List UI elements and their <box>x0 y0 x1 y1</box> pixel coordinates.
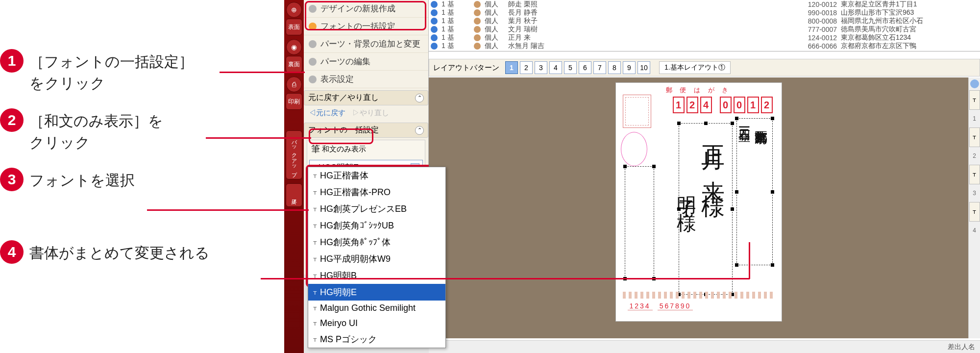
panel-item-font-bulk[interactable]: フォントの一括設定 <box>304 18 428 35</box>
layout-pattern-button[interactable]: 3 <box>535 61 547 74</box>
addr-address: 東京都足立区青井1丁目1 <box>841 0 978 9</box>
layout-pattern-button[interactable]: 5 <box>564 61 577 74</box>
addr-col1: 1 基 <box>441 0 470 9</box>
connector-line <box>749 242 750 279</box>
truetype-icon: ᴛ <box>313 320 317 327</box>
layout-pattern-button[interactable]: 1 <box>505 61 518 74</box>
addr-col2: 個人 <box>485 33 504 42</box>
collapse-icon[interactable]: ⌃ <box>415 126 424 135</box>
addr-col2: 個人 <box>485 8 504 17</box>
rail-circle-icon[interactable] <box>970 79 979 88</box>
truetype-icon: ᴛ <box>313 205 317 213</box>
layout-pattern-button[interactable]: 6 <box>579 61 591 74</box>
panel-item-label: デザインの新規作成 <box>320 3 395 14</box>
layout-pattern-button[interactable]: 2 <box>520 61 533 74</box>
zip-digit: 0 <box>720 97 732 113</box>
address-row[interactable]: 1 基個人葉月 秋子800-0008福岡県北九州市若松区小石 <box>429 17 980 25</box>
font-option[interactable]: ᴛHG明朝B <box>308 267 445 284</box>
address-row[interactable]: 1 基個人長月 静香990-0018山形県山形市下宝沢963 <box>429 8 980 17</box>
address-row[interactable]: 1 基個人師走 栗照120-0012東京都足立区青井1丁目1 <box>429 0 980 8</box>
bullet-icon <box>309 23 317 30</box>
layout-pattern-button[interactable]: 10 <box>637 61 650 74</box>
font-option-label: HG正楷書体-PRO <box>320 186 391 198</box>
collapse-icon[interactable]: ⌃ <box>415 94 424 102</box>
status-text: 差出人名 <box>948 343 975 352</box>
font-option[interactable]: ᴛMalgun Gothic Semilight <box>308 301 445 316</box>
panel-header-font-bulk[interactable]: フォントの一括設定⌃ <box>304 123 428 138</box>
layout-pattern-button[interactable]: 8 <box>608 61 621 74</box>
font-option[interactable]: ᴛHG平成明朝体W9 <box>308 251 445 267</box>
selection-box[interactable] <box>736 118 773 265</box>
sender-zip-right: 567890 <box>658 302 693 310</box>
address-row[interactable]: 1 基個人水無月 陽吉666-0066京都府京都市左京区下鴨 <box>429 42 980 50</box>
font-option[interactable]: ᴛHG創英角ｺﾞｼｯｸUB <box>308 217 445 234</box>
address-table[interactable]: 1 基個人師走 栗照120-0012東京都足立区青井1丁目11 基個人長月 静香… <box>429 0 980 51</box>
wabun-only-toggle[interactable]: 筆 和文のみ表示 <box>309 142 423 156</box>
selection-box[interactable] <box>625 166 654 279</box>
zip-digit: 4 <box>700 97 712 113</box>
font-option-label: HG創英角ﾎﾟｯﾌﾟ体 <box>320 236 391 248</box>
addr-address: 福岡県北九州市若松区小石 <box>841 17 978 25</box>
redo-button[interactable]: ▷やり直し <box>352 108 389 118</box>
selection-box[interactable] <box>679 123 733 295</box>
font-option[interactable]: ᴛHG明朝E <box>308 284 445 301</box>
step-number: 3 <box>0 168 24 191</box>
truetype-icon: ᴛ <box>313 336 317 343</box>
truetype-icon: ᴛ <box>313 222 317 229</box>
zip-digit: 2 <box>686 97 698 113</box>
addr-col1: 1 基 <box>441 8 470 17</box>
font-option[interactable]: ᴛMS Pゴシック <box>308 331 445 348</box>
status-bar: 差出人名 <box>429 340 980 353</box>
address-row[interactable]: 1 基個人正月 来124-0012東京都葛飾区立石1234 <box>429 33 980 42</box>
sidebar-btn-print-icon[interactable]: ⎙ <box>286 76 302 92</box>
sidebar-btn-ura-icon[interactable]: ◉ <box>286 39 302 55</box>
right-rail: ᴛ 1 ᴛ 2 ᴛ 3 ᴛ 4 <box>968 77 980 338</box>
brush-icon: 筆 <box>311 143 320 155</box>
addr-col1: 1 基 <box>441 42 470 50</box>
row-icon <box>474 1 481 8</box>
rail-button[interactable]: ᴛ <box>969 127 980 147</box>
wabun-toggle-label: 和文のみ表示 <box>322 145 366 154</box>
font-option[interactable]: ᴛHG創英プレゼンスEB <box>308 201 445 217</box>
layout-pattern-bar: レイアウトパターン 12345678910 1.基本レイアウト① <box>429 59 980 76</box>
rail-button[interactable]: ᴛ <box>969 90 980 110</box>
panel-header-undo[interactable]: 元に戻す／やり直し⌃ <box>304 90 428 105</box>
addr-address: 東京都葛飾区立石1234 <box>841 33 978 42</box>
postcard-bottom-decoration <box>623 292 775 299</box>
panel-item-new-design[interactable]: デザインの新規作成 <box>304 0 428 18</box>
font-option-label: HG明朝B <box>320 270 357 281</box>
addr-zip: 777-0007 <box>796 25 837 33</box>
font-dropdown-popup: ᴛHG正楷書体ᴛHG正楷書体-PROᴛHG創英プレゼンスEBᴛHG創英角ｺﾞｼｯ… <box>308 167 446 348</box>
sidebar-btn-print[interactable]: 印刷 <box>286 93 302 110</box>
layout-pattern-button[interactable]: 4 <box>549 61 562 74</box>
truetype-icon: ᴛ <box>313 239 317 246</box>
zip-digit: 1 <box>747 97 759 113</box>
preview-canvas[interactable]: 郵 便 は が き 1240012 東京都葛飾区 立石一ー二三四 正月 来 様 … <box>429 77 968 338</box>
sidebar-btn-exit[interactable]: 終了 <box>286 183 302 207</box>
sidebar-btn-omote-icon[interactable]: ⊕ <box>286 2 302 18</box>
layout-pattern-name[interactable]: 1.基本レイアウト① <box>659 61 731 74</box>
bullet-icon <box>309 58 317 66</box>
row-icon <box>474 43 481 50</box>
undo-button[interactable]: ◁元に戻す <box>309 108 345 118</box>
panel-item-display[interactable]: 表示設定 <box>304 71 428 88</box>
font-option[interactable]: ᴛMeiryo UI <box>308 316 445 331</box>
address-row[interactable]: 1 基個人文月 瑞樹777-0007徳島県美馬市穴吹町古宮 <box>429 25 980 33</box>
rail-button[interactable]: ᴛ <box>969 165 980 184</box>
row-icon <box>474 26 481 33</box>
font-option[interactable]: ᴛHG創英角ﾎﾟｯﾌﾟ体 <box>308 234 445 251</box>
postcard[interactable]: 郵 便 は が き 1240012 東京都葛飾区 立石一ー二三四 正月 来 様 … <box>615 82 782 322</box>
postcard-sender-zip[interactable]: 1234 567890 <box>628 302 693 310</box>
sender-zip-left: 1234 <box>628 302 653 310</box>
rail-button[interactable]: ᴛ <box>969 202 980 222</box>
postcard-zip[interactable]: 1240012 <box>673 97 773 113</box>
panel-item-parts-edit[interactable]: パーツの編集 <box>304 53 428 71</box>
font-option[interactable]: ᴛHG正楷書体 <box>308 167 445 184</box>
font-option[interactable]: ᴛHG正楷書体-PRO <box>308 184 445 201</box>
panel-item-parts-bg[interactable]: パーツ・背景の追加と変更 <box>304 35 428 53</box>
sidebar-btn-ura[interactable]: 裏面 <box>286 56 302 73</box>
layout-pattern-button[interactable]: 7 <box>593 61 606 74</box>
layout-pattern-button[interactable]: 9 <box>623 61 636 74</box>
sidebar-btn-omote[interactable]: 表面 <box>286 19 302 35</box>
addr-col1: 1 基 <box>441 33 470 42</box>
